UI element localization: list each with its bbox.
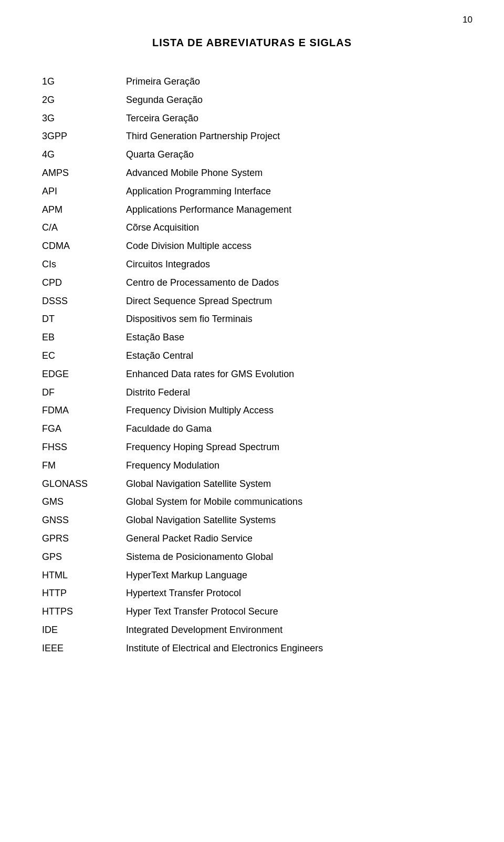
abbr-value: Quarta Geração <box>126 147 194 162</box>
abbr-key: GNSS <box>42 513 126 528</box>
list-item: DFDistrito Federal <box>42 385 462 400</box>
page-number: 10 <box>463 15 472 25</box>
abbr-key: GPS <box>42 549 126 565</box>
abbr-value: Global System for Mobile communications <box>126 494 302 510</box>
abbr-key: FDMA <box>42 403 126 418</box>
abbr-value: Dispositivos sem fio Terminais <box>126 311 253 327</box>
abbr-key: HTTP <box>42 586 126 601</box>
abbr-key: DSSS <box>42 294 126 309</box>
list-item: CPDCentro de Processamento de Dados <box>42 275 462 290</box>
abbr-value: Terceira Geração <box>126 111 198 126</box>
list-item: APMApplications Performance Management <box>42 202 462 217</box>
abbr-key: HTTPS <box>42 604 126 619</box>
abbr-key: 1G <box>42 74 126 89</box>
abbr-value: Frequency Modulation <box>126 458 219 473</box>
abbr-value: Code Division Multiple access <box>126 238 251 254</box>
abbr-key: FHSS <box>42 440 126 455</box>
abbr-key: GPRS <box>42 531 126 546</box>
abbr-key: IDE <box>42 622 126 638</box>
list-item: 4GQuarta Geração <box>42 147 462 162</box>
abbr-value: Direct Sequence Spread Spectrum <box>126 294 272 309</box>
list-item: DSSSDirect Sequence Spread Spectrum <box>42 294 462 309</box>
list-item: C/ACõrse Acquisition <box>42 220 462 235</box>
abbr-value: Enhanced Data rates for GMS Evolution <box>126 367 294 382</box>
abbr-value: Circuitos Integrados <box>126 257 210 272</box>
abbr-value: Advanced Mobile Phone System <box>126 165 262 181</box>
abbr-key: AMPS <box>42 165 126 181</box>
abbr-value: Frequency Division Multiply Access <box>126 403 274 418</box>
list-item: 2GSegunda Geração <box>42 92 462 108</box>
list-item: FHSSFrequency Hoping Spread Spectrum <box>42 440 462 455</box>
abbr-key: GLONASS <box>42 476 126 492</box>
abbr-value: Applications Performance Management <box>126 202 291 217</box>
abbr-value: Distrito Federal <box>126 385 190 400</box>
list-item: IEEEInstitute of Electrical and Electron… <box>42 641 462 656</box>
abbr-key: 3G <box>42 111 126 126</box>
list-item: FMFrequency Modulation <box>42 458 462 473</box>
list-item: GPRSGeneral Packet Radio Service <box>42 531 462 546</box>
list-item: EBEstação Base <box>42 330 462 345</box>
abbr-key: API <box>42 184 126 199</box>
page-title: LISTA DE ABREVIATURAS E SIGLAS <box>42 37 462 49</box>
abbr-value: Third Generation Partnership Project <box>126 129 280 144</box>
abbr-key: IEEE <box>42 641 126 656</box>
list-item: GMSGlobal System for Mobile communicatio… <box>42 494 462 510</box>
abbr-value: Hypertext Transfer Protocol <box>126 586 241 601</box>
abbr-key: APM <box>42 202 126 217</box>
list-item: DTDispositivos sem fio Terminais <box>42 311 462 327</box>
list-item: HTTPSHyper Text Transfer Protocol Secure <box>42 604 462 619</box>
abbr-key: HTML <box>42 568 126 583</box>
list-item: 1GPrimeira Geração <box>42 74 462 89</box>
abbr-key: EC <box>42 348 126 363</box>
abbr-value: Estação Base <box>126 330 184 345</box>
list-item: FGAFaculdade do Gama <box>42 421 462 436</box>
abbr-key: 2G <box>42 92 126 108</box>
abbr-key: CDMA <box>42 238 126 254</box>
list-item: IDEIntegrated Development Environment <box>42 622 462 638</box>
abbr-value: Global Navigation Satellite System <box>126 476 271 492</box>
abbr-value: Sistema de Posicionamento Global <box>126 549 273 565</box>
abbr-value: HyperText Markup Language <box>126 568 247 583</box>
list-item: 3GPPThird Generation Partnership Project <box>42 129 462 144</box>
list-item: HTTPHypertext Transfer Protocol <box>42 586 462 601</box>
abbr-value: Faculdade do Gama <box>126 421 212 436</box>
abbr-key: CIs <box>42 257 126 272</box>
abbr-value: Application Programming Interface <box>126 184 271 199</box>
abbr-key: C/A <box>42 220 126 235</box>
abbr-value: Integrated Development Environment <box>126 622 282 638</box>
abbr-value: Hyper Text Transfer Protocol Secure <box>126 604 278 619</box>
abbr-key: 3GPP <box>42 129 126 144</box>
list-item: CDMACode Division Multiple access <box>42 238 462 254</box>
abbr-value: Frequency Hoping Spread Spectrum <box>126 440 279 455</box>
abbr-key: CPD <box>42 275 126 290</box>
list-item: EDGEEnhanced Data rates for GMS Evolutio… <box>42 367 462 382</box>
abbr-key: EDGE <box>42 367 126 382</box>
abbr-value: Global Navigation Satellite Systems <box>126 513 276 528</box>
list-item: GNSSGlobal Navigation Satellite Systems <box>42 513 462 528</box>
list-item: ECEstação Central <box>42 348 462 363</box>
abbr-value: Cõrse Acquisition <box>126 220 199 235</box>
abbr-key: GMS <box>42 494 126 510</box>
list-item: 3GTerceira Geração <box>42 111 462 126</box>
list-item: GPSSistema de Posicionamento Global <box>42 549 462 565</box>
abbr-value: General Packet Radio Service <box>126 531 253 546</box>
abbr-value: Institute of Electrical and Electronics … <box>126 641 323 656</box>
list-item: APIApplication Programming Interface <box>42 184 462 199</box>
abbr-key: DT <box>42 311 126 327</box>
list-item: AMPSAdvanced Mobile Phone System <box>42 165 462 181</box>
list-item: FDMAFrequency Division Multiply Access <box>42 403 462 418</box>
list-item: HTMLHyperText Markup Language <box>42 568 462 583</box>
abbr-value: Centro de Processamento de Dados <box>126 275 279 290</box>
abbr-key: FM <box>42 458 126 473</box>
abbr-key: DF <box>42 385 126 400</box>
abbr-key: 4G <box>42 147 126 162</box>
abbr-key: EB <box>42 330 126 345</box>
abbr-value: Primeira Geração <box>126 74 200 89</box>
abbr-value: Estação Central <box>126 348 193 363</box>
list-item: CIsCircuitos Integrados <box>42 257 462 272</box>
abbreviation-list: 1GPrimeira Geração2GSegunda Geração3GTer… <box>42 74 462 656</box>
abbr-value: Segunda Geração <box>126 92 203 108</box>
list-item: GLONASSGlobal Navigation Satellite Syste… <box>42 476 462 492</box>
abbr-key: FGA <box>42 421 126 436</box>
